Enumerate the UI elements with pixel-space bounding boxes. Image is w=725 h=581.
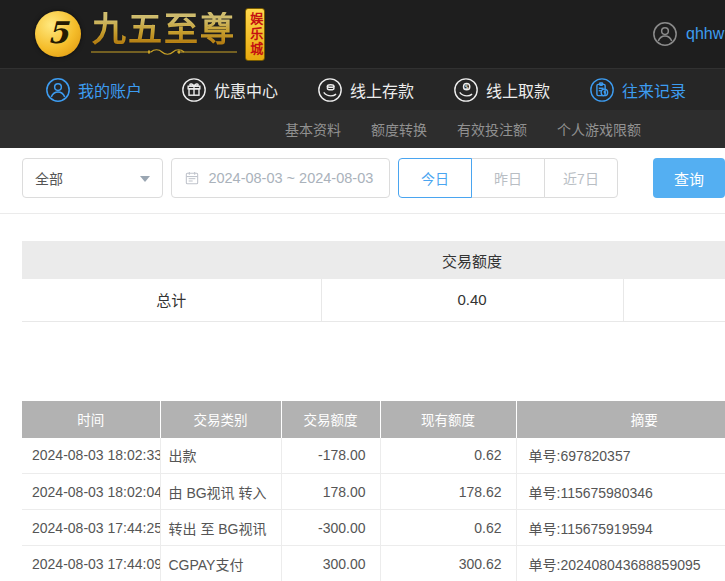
subnav-item-game-limits[interactable]: 个人游戏限额 <box>557 119 641 139</box>
summary-table: 交易额度 总计 0.40 <box>22 241 725 322</box>
summary-total-value: 0.40 <box>321 279 623 321</box>
nav-item-transactions[interactable]: 往来记录 <box>589 77 686 103</box>
date-range-value: 2024-08-03 ~ 2024-08-03 <box>208 170 373 186</box>
brand-badge: 娱乐城 <box>245 8 265 61</box>
deposit-icon <box>317 77 343 103</box>
summary-header-amount: 交易额度 <box>321 241 623 279</box>
cell-time: 2024-08-03 18:02:04 <box>22 474 160 510</box>
logo-glyph: 5 <box>48 18 69 48</box>
cell-type: CGPAY支付 <box>160 546 281 581</box>
category-select-value: 全部 <box>35 168 63 188</box>
summary-total-label: 总计 <box>22 279 321 321</box>
site-logo[interactable]: 5 九五至尊 娱乐城 <box>35 8 265 61</box>
cell-balance: 300.62 <box>380 546 516 581</box>
nav-item-promotions[interactable]: 优惠中心 <box>181 77 278 103</box>
yesterday-button[interactable]: 昨日 <box>471 158 545 198</box>
section-divider <box>0 213 725 214</box>
nav-label: 优惠中心 <box>214 78 278 102</box>
records-icon <box>589 77 615 103</box>
search-button[interactable]: 查询 <box>653 158 725 198</box>
cell-summary: 单号:115675980346 <box>516 474 725 510</box>
cell-amount: -178.00 <box>281 438 380 474</box>
logo-icon: 5 <box>35 11 81 57</box>
cell-amount: 178.00 <box>281 474 380 510</box>
subnav-item-basic-info[interactable]: 基本资料 <box>285 119 341 139</box>
cell-type: 出款 <box>160 438 281 474</box>
summary-empty-cell <box>623 279 725 321</box>
col-header-summary: 摘要 <box>516 401 725 438</box>
date-range-input[interactable]: 2024-08-03 ~ 2024-08-03 <box>171 158 390 198</box>
nav-label: 我的账户 <box>78 78 142 102</box>
table-row: 2024-08-03 18:02:33 出款 -178.00 0.62 单号:6… <box>22 438 725 474</box>
col-header-time: 时间 <box>22 401 160 438</box>
table-row: 2024-08-03 17:44:09 CGPAY支付 300.00 300.6… <box>22 546 725 581</box>
cell-time: 2024-08-03 18:02:33 <box>22 438 160 474</box>
main-nav: 我的账户 优惠中心 线上存款 $ 线上取款 <box>0 68 725 110</box>
cell-balance: 0.62 <box>380 510 516 546</box>
nav-label: 线上存款 <box>350 78 414 102</box>
cell-type: 转出 至 BG视讯 <box>160 510 281 546</box>
calendar-icon <box>184 170 200 186</box>
flourish-icon <box>89 48 239 56</box>
user-area[interactable]: qhhw <box>652 0 724 68</box>
transactions-table: 时间 交易类别 交易额度 现有额度 摘要 2024-08-03 18:02:33… <box>22 401 725 581</box>
nav-item-my-account[interactable]: 我的账户 <box>45 77 142 103</box>
sub-nav: 基本资料 额度转换 有效投注额 个人游戏限额 <box>0 110 725 148</box>
col-header-amount: 交易额度 <box>281 401 380 438</box>
summary-header-row: 交易额度 <box>22 241 725 279</box>
user-icon <box>45 77 71 103</box>
cell-summary: 单号:202408043688859095 <box>516 546 725 581</box>
gift-icon <box>181 77 207 103</box>
cell-summary: 单号:115675919594 <box>516 510 725 546</box>
brand-name: 九五至尊 <box>92 12 236 48</box>
subnav-item-valid-bets[interactable]: 有效投注额 <box>457 119 527 139</box>
chevron-down-icon <box>140 176 150 182</box>
nav-label: 往来记录 <box>622 78 686 102</box>
user-avatar-icon <box>652 21 678 47</box>
cell-balance: 178.62 <box>380 474 516 510</box>
cell-amount: -300.00 <box>281 510 380 546</box>
nav-item-deposit[interactable]: 线上存款 <box>317 77 414 103</box>
col-header-balance: 现有额度 <box>380 401 516 438</box>
today-button[interactable]: 今日 <box>398 158 472 198</box>
category-select[interactable]: 全部 <box>22 158 163 198</box>
table-row: 2024-08-03 18:02:04 由 BG视讯 转入 178.00 178… <box>22 474 725 510</box>
cell-amount: 300.00 <box>281 546 380 581</box>
quick-date-buttons: 今日 昨日 近7日 <box>398 158 618 198</box>
cell-time: 2024-08-03 17:44:25 <box>22 510 160 546</box>
cell-type: 由 BG视讯 转入 <box>160 474 281 510</box>
summary-total-row: 总计 0.40 <box>22 279 725 321</box>
summary-header-empty <box>22 241 321 279</box>
svg-text:$: $ <box>465 82 469 90</box>
cell-time: 2024-08-03 17:44:09 <box>22 546 160 581</box>
filter-bar: 全部 2024-08-03 ~ 2024-08-03 今日 昨日 近7日 查询 <box>22 158 725 198</box>
table-row: 2024-08-03 17:44:25 转出 至 BG视讯 -300.00 0.… <box>22 510 725 546</box>
nav-label: 线上取款 <box>486 78 550 102</box>
summary-header-empty <box>623 241 725 279</box>
username[interactable]: qhhw <box>686 25 724 43</box>
top-bar: 5 九五至尊 娱乐城 qhhw <box>0 0 725 68</box>
transactions-header-row: 时间 交易类别 交易额度 现有额度 摘要 <box>22 401 725 438</box>
cell-summary: 单号:697820357 <box>516 438 725 474</box>
cell-balance: 0.62 <box>380 438 516 474</box>
col-header-type: 交易类别 <box>160 401 281 438</box>
last-7-days-button[interactable]: 近7日 <box>544 158 618 198</box>
subnav-item-credit-transfer[interactable]: 额度转换 <box>371 119 427 139</box>
withdraw-icon: $ <box>453 77 479 103</box>
nav-item-withdraw[interactable]: $ 线上取款 <box>453 77 550 103</box>
